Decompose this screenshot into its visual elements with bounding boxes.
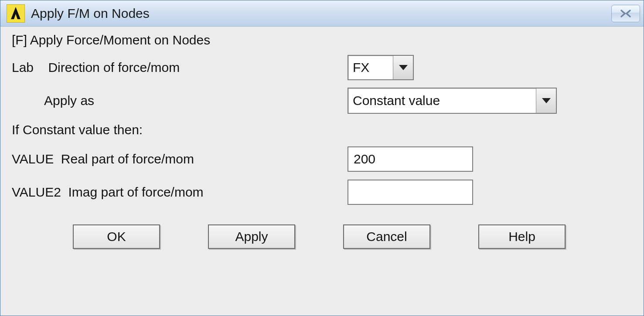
lab-dropdown[interactable]: FX bbox=[348, 55, 414, 80]
value2-input[interactable] bbox=[348, 180, 473, 205]
cancel-button[interactable]: Cancel bbox=[343, 224, 430, 249]
lab-label: Lab Direction of force/mom bbox=[12, 60, 348, 75]
close-icon bbox=[619, 9, 632, 18]
lab-dropdown-value: FX bbox=[348, 56, 393, 79]
dialog-body: [F] Apply Force/Moment on Nodes Lab Dire… bbox=[0, 27, 644, 316]
row-value2: VALUE2 Imag part of force/mom bbox=[12, 178, 632, 206]
close-button[interactable] bbox=[611, 5, 640, 22]
titlebar: Apply F/M on Nodes bbox=[0, 0, 644, 27]
chevron-down-icon bbox=[536, 88, 556, 113]
apply-button[interactable]: Apply bbox=[208, 224, 295, 249]
row-lab: Lab Direction of force/mom FX bbox=[12, 54, 632, 82]
chevron-down-icon bbox=[393, 56, 413, 79]
help-button[interactable]: Help bbox=[478, 224, 566, 249]
applyas-dropdown[interactable]: Constant value bbox=[348, 88, 557, 114]
row-value: VALUE Real part of force/mom bbox=[12, 145, 632, 173]
title-left: Apply F/M on Nodes bbox=[7, 4, 150, 23]
ansys-logo-icon bbox=[7, 4, 25, 23]
button-row: OK Apply Cancel Help bbox=[12, 224, 632, 249]
applyas-dropdown-value: Constant value bbox=[348, 88, 536, 113]
value-label: VALUE Real part of force/mom bbox=[12, 152, 348, 166]
applyas-label: Apply as bbox=[12, 93, 348, 108]
ok-button[interactable]: OK bbox=[73, 224, 160, 249]
window-title: Apply F/M on Nodes bbox=[31, 6, 150, 21]
value-input[interactable] bbox=[348, 146, 473, 172]
row-applyas: Apply as Constant value bbox=[12, 87, 632, 115]
dialog-window: Apply F/M on Nodes [F] Apply Force/Momen… bbox=[0, 0, 644, 316]
if-constant-text: If Constant value then: bbox=[12, 122, 632, 137]
heading-text: [F] Apply Force/Moment on Nodes bbox=[12, 33, 632, 48]
value2-label: VALUE2 Imag part of force/mom bbox=[12, 185, 348, 200]
